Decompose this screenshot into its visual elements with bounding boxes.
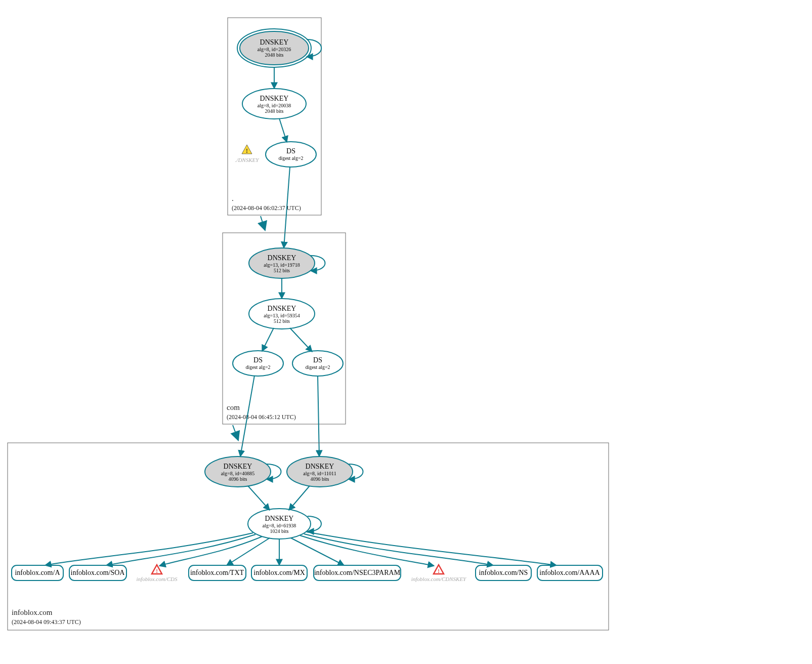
- zone-name-root: .: [232, 194, 234, 202]
- node-com-ds2[interactable]: DS digest alg=2: [292, 351, 343, 376]
- node-rr-txt[interactable]: infoblox.com/TXT: [189, 565, 246, 580]
- zone-name-com: com: [227, 403, 240, 411]
- node-rr-a[interactable]: infoblox.com/A: [12, 565, 63, 580]
- svg-text:infoblox.com/NSEC3PARAM: infoblox.com/NSEC3PARAM: [314, 569, 401, 576]
- svg-text:DNSKEY: DNSKEY: [306, 463, 334, 470]
- svg-text:infoblox.com/TXT: infoblox.com/TXT: [190, 569, 244, 576]
- node-rr-aaaa[interactable]: infoblox.com/AAAA: [537, 565, 603, 580]
- node-root-ds[interactable]: DS digest alg=2: [266, 142, 316, 167]
- zone-ts-infoblox: (2024-08-04 09:43:37 UTC): [12, 618, 81, 626]
- svg-text:DNSKEY: DNSKEY: [265, 515, 294, 522]
- node-infoblox-ksk1[interactable]: DNSKEY alg=8, id=40885 4096 bits: [205, 456, 271, 487]
- svg-text:DS: DS: [313, 356, 322, 364]
- svg-text:DNSKEY: DNSKEY: [268, 305, 296, 312]
- svg-text:DS: DS: [286, 147, 295, 155]
- node-rr-mx[interactable]: infoblox.com/MX: [251, 565, 307, 580]
- zone-name-infoblox: infoblox.com: [12, 608, 53, 616]
- zone-ts-com: (2024-08-04 06:45:12 UTC): [227, 413, 296, 421]
- svg-text:infoblox.com/A: infoblox.com/A: [15, 569, 60, 576]
- zone-ts-root: (2024-08-04 06:02:37 UTC): [232, 204, 301, 212]
- svg-text:infoblox.com/AAAA: infoblox.com/AAAA: [539, 569, 600, 576]
- svg-text:512 bits: 512 bits: [274, 318, 290, 324]
- node-infoblox-zsk[interactable]: DNSKEY alg=8, id=61938 1024 bits: [248, 509, 311, 539]
- warn-cdnskey: infoblox.com/CDNSKEY: [411, 565, 467, 582]
- svg-text:4096 bits: 4096 bits: [229, 476, 247, 482]
- node-rr-nsec[interactable]: infoblox.com/NSEC3PARAM: [314, 565, 401, 580]
- svg-text:infoblox.com/SOA: infoblox.com/SOA: [71, 569, 125, 576]
- svg-text:infoblox.com/NS: infoblox.com/NS: [479, 569, 528, 576]
- svg-text:4096 bits: 4096 bits: [311, 476, 329, 482]
- svg-text:2048 bits: 2048 bits: [265, 108, 284, 114]
- svg-text:DNSKEY: DNSKEY: [224, 463, 252, 470]
- svg-text:digest alg=2: digest alg=2: [245, 364, 270, 370]
- node-rr-soa[interactable]: infoblox.com/SOA: [69, 565, 126, 580]
- svg-text:./DNSKEY: ./DNSKEY: [235, 157, 260, 163]
- node-com-ksk[interactable]: DNSKEY alg=13, id=19718 512 bits: [249, 248, 315, 278]
- svg-text:alg=8, id=40885: alg=8, id=40885: [221, 471, 254, 476]
- svg-text:infoblox.com/MX: infoblox.com/MX: [253, 569, 305, 576]
- svg-text:infoblox.com/CDS: infoblox.com/CDS: [137, 576, 178, 582]
- svg-text:alg=8, id=20038: alg=8, id=20038: [258, 103, 291, 108]
- svg-text:digest alg=2: digest alg=2: [278, 155, 303, 161]
- dnssec-graph: ! ! DNSKEY alg=8, id=20326 2048 bits DNS…: [0, 0, 812, 664]
- node-root-ksk[interactable]: DNSKEY alg=8, id=20326 2048 bits: [237, 29, 311, 67]
- node-infoblox-ksk2[interactable]: DNSKEY alg=8, id=11011 4096 bits: [287, 456, 353, 487]
- svg-text:alg=13, id=59354: alg=13, id=59354: [264, 313, 300, 318]
- svg-text:DNSKEY: DNSKEY: [260, 95, 289, 102]
- svg-text:alg=8, id=61938: alg=8, id=61938: [263, 523, 296, 528]
- warn-root-dnskey: ./DNSKEY: [235, 145, 260, 163]
- node-rr-ns[interactable]: infoblox.com/NS: [476, 565, 531, 580]
- svg-text:1024 bits: 1024 bits: [270, 528, 289, 534]
- node-com-ds1[interactable]: DS digest alg=2: [233, 351, 283, 376]
- warn-cds: infoblox.com/CDS: [137, 565, 178, 582]
- svg-text:digest alg=2: digest alg=2: [305, 364, 330, 370]
- svg-text:alg=8, id=11011: alg=8, id=11011: [303, 471, 336, 476]
- svg-text:DS: DS: [253, 356, 263, 364]
- svg-text:DNSKEY: DNSKEY: [268, 254, 296, 262]
- node-root-zsk[interactable]: DNSKEY alg=8, id=20038 2048 bits: [242, 89, 306, 119]
- node-com-zsk[interactable]: DNSKEY alg=13, id=59354 512 bits: [249, 299, 315, 329]
- svg-text:512 bits: 512 bits: [274, 268, 290, 273]
- svg-text:alg=8, id=20326: alg=8, id=20326: [258, 47, 291, 52]
- svg-text:infoblox.com/CDNSKEY: infoblox.com/CDNSKEY: [411, 576, 467, 582]
- svg-text:2048 bits: 2048 bits: [265, 52, 284, 58]
- svg-text:alg=13, id=19718: alg=13, id=19718: [264, 262, 300, 268]
- svg-text:DNSKEY: DNSKEY: [260, 38, 289, 46]
